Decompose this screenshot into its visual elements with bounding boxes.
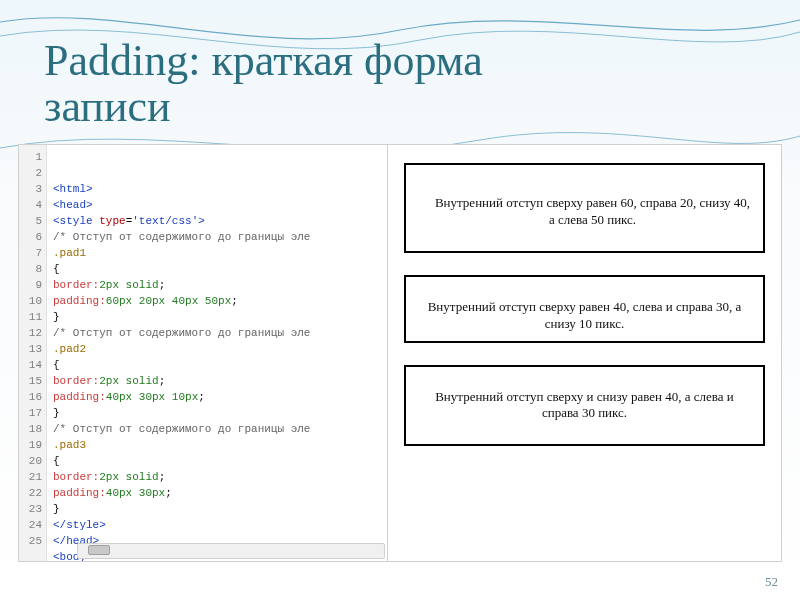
line-number: 11: [19, 309, 42, 325]
line-number: 19: [19, 437, 42, 453]
code-line: .pad1: [53, 245, 383, 261]
code-line: {: [53, 261, 383, 277]
code-line: {: [53, 453, 383, 469]
code-line: }: [53, 501, 383, 517]
code-line: padding:40px 30px 10px;: [53, 389, 383, 405]
preview-box-pad3: Внутренний отступ сверху и снизу равен 4…: [404, 365, 765, 447]
horizontal-scrollbar[interactable]: [77, 543, 385, 559]
line-number: 16: [19, 389, 42, 405]
line-number: 20: [19, 453, 42, 469]
code-line: .pad3: [53, 437, 383, 453]
line-number: 13: [19, 341, 42, 357]
line-number: 15: [19, 373, 42, 389]
code-line: {: [53, 357, 383, 373]
render-preview-panel: Внутренний отступ сверху равен 60, справ…: [388, 144, 782, 562]
line-number: 23: [19, 501, 42, 517]
code-line: }: [53, 309, 383, 325]
code-line: <html>: [53, 181, 383, 197]
line-number: 2: [19, 165, 42, 181]
code-line: padding:60px 20px 40px 50px;: [53, 293, 383, 309]
preview-box-pad2: Внутренний отступ сверху равен 40, слева…: [404, 275, 765, 343]
code-line: padding:40px 30px;: [53, 485, 383, 501]
line-number: 8: [19, 261, 42, 277]
line-number: 17: [19, 405, 42, 421]
code-line: border:2px solid;: [53, 373, 383, 389]
code-line: <style type='text/css'>: [53, 213, 383, 229]
line-number: 5: [19, 213, 42, 229]
code-line: </style>: [53, 517, 383, 533]
line-number: 6: [19, 229, 42, 245]
line-number: 22: [19, 485, 42, 501]
line-number: 12: [19, 325, 42, 341]
scrollbar-thumb[interactable]: [88, 545, 110, 555]
code-line: /* Отступ от содержимого до границы эле: [53, 325, 383, 341]
page-number: 52: [765, 574, 778, 590]
code-line: /* Отступ от содержимого до границы эле: [53, 229, 383, 245]
code-line: border:2px solid;: [53, 469, 383, 485]
line-number: 10: [19, 293, 42, 309]
line-number: 24: [19, 517, 42, 533]
content-area: 1234567891011121314151617181920212223242…: [18, 144, 782, 562]
code-editor-panel: 1234567891011121314151617181920212223242…: [18, 144, 388, 562]
line-number: 3: [19, 181, 42, 197]
line-number: 18: [19, 421, 42, 437]
line-number: 21: [19, 469, 42, 485]
line-number: 14: [19, 357, 42, 373]
code-line: border:2px solid;: [53, 277, 383, 293]
line-number: 1: [19, 149, 42, 165]
line-number: 25: [19, 533, 42, 549]
line-gutter: 1234567891011121314151617181920212223242…: [19, 145, 47, 561]
code-line: /* Отступ от содержимого до границы эле: [53, 421, 383, 437]
code-line: .pad2: [53, 341, 383, 357]
line-number: 7: [19, 245, 42, 261]
line-number: 4: [19, 197, 42, 213]
code-line: }: [53, 405, 383, 421]
slide-title: Padding: краткая форма записи: [44, 38, 483, 130]
line-number: 9: [19, 277, 42, 293]
preview-box-pad1: Внутренний отступ сверху равен 60, справ…: [404, 163, 765, 253]
code-body: <html><head><style type='text/css'>/* От…: [47, 145, 387, 561]
code-line: <head>: [53, 197, 383, 213]
